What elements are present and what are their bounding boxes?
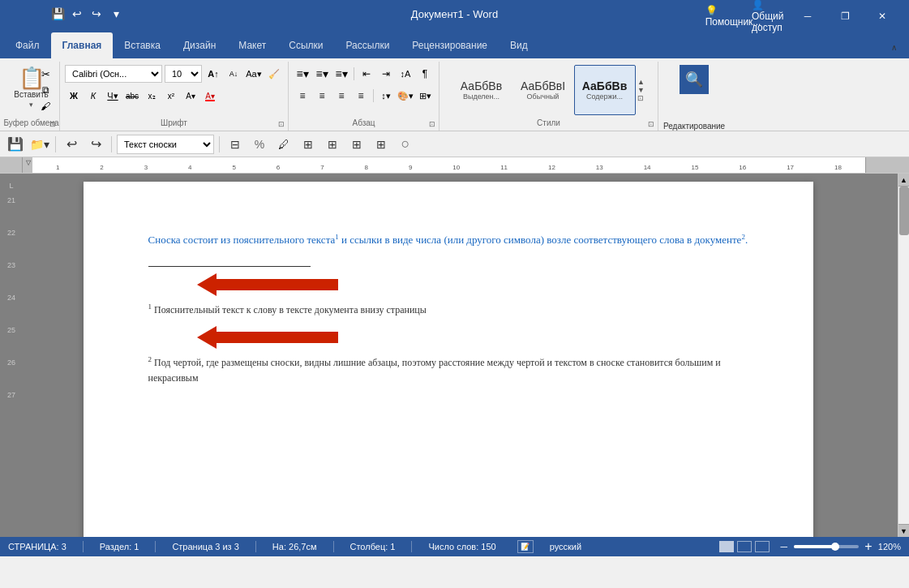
align-center-button[interactable]: ≡ [313,87,331,105]
view-read-button[interactable] [755,541,770,552]
minimize-button[interactable]: ─ [789,0,826,32]
page-break-button[interactable]: ⊟ [225,135,246,154]
undo-qa-button[interactable]: ↩ [68,5,86,23]
tab-mailings[interactable]: Рассылки [335,32,401,58]
scroll-thumb[interactable] [899,187,909,235]
tab-layout[interactable]: Макет [227,32,277,58]
scroll-track[interactable] [898,187,909,524]
scroll-down-button[interactable]: ▼ [898,524,910,537]
tab-view[interactable]: Вид [499,32,539,58]
font-shrink-button[interactable]: A↓ [225,65,242,83]
para-expand-icon[interactable]: ⊡ [427,119,437,129]
footnote-2: 2 Под чертой, где размещены сноски, видн… [148,354,748,386]
insert-table2-button[interactable]: ⊞ [322,135,343,154]
decrease-indent-button[interactable]: ⇤ [358,65,375,83]
footnote-ref-1: 1 [335,233,339,241]
save-t2-button[interactable]: 💾 [5,135,26,154]
insert-table-button[interactable]: ⊞ [298,135,319,154]
footnote-style-select[interactable]: Текст сноски [117,135,214,154]
zoom-slider[interactable] [794,545,859,548]
tab-insert[interactable]: Вставка [113,32,172,58]
tab-references[interactable]: Ссылки [277,32,334,58]
undo-t2-button[interactable]: ↩ [61,135,82,154]
show-marks-button[interactable]: ¶ [416,65,434,83]
helper-button[interactable]: 💡 Помощник... [714,0,752,32]
insert-image-button[interactable]: ⊞ [371,135,392,154]
cut-button[interactable]: ✂ [38,67,53,81]
redo-qa-button[interactable]: ↪ [88,5,105,23]
format-painter-button[interactable]: 🖌 [38,99,53,114]
redo-t2-button[interactable]: ↪ [85,135,106,154]
underline-button[interactable]: Ч▾ [104,87,122,105]
spell-check-button[interactable]: 📝 [517,540,534,553]
multilevel-list-button[interactable]: ≡▾ [332,65,350,83]
shading-button[interactable]: 🎨▾ [397,87,414,105]
line-num-24: 24 [7,294,15,302]
font-grow-button[interactable]: A↑ [204,65,222,83]
share-label: 👤 Общий доступ [752,0,789,33]
superscript-button[interactable]: x² [162,87,180,105]
font-color-button[interactable]: A▾ [201,87,219,105]
format-page-button[interactable]: % [249,135,270,154]
increase-indent-button[interactable]: ⇥ [377,65,395,83]
styles-expand-icon[interactable]: ⊡ [646,119,656,129]
customize-qa-button[interactable]: ▾ [107,5,125,23]
zoom-in-button[interactable]: + [862,540,875,553]
zoom-slider-thumb[interactable] [831,543,839,551]
para-group-label: Абзац [352,118,375,127]
insert-columns-button[interactable]: ⊞ [346,135,367,154]
tab-file[interactable]: Файл [4,32,51,58]
font-case-button[interactable]: Aa▾ [245,65,263,83]
tab-home[interactable]: Главная [51,32,114,58]
font-size-select[interactable]: 10 [165,65,202,83]
style-preview-normal: АаБбВвI [521,79,565,92]
border-button[interactable]: ⊞▾ [416,87,434,105]
styles-scroll-up[interactable]: ▲▼⊡ [636,65,647,115]
scroll-up-button[interactable]: ▲ [898,174,910,187]
document-scroll-area[interactable]: Сноска состоит из пояснительного текста1… [23,174,898,537]
tab-review[interactable]: Рецензирование [401,32,499,58]
zoom-out-button[interactable]: ─ [778,540,791,553]
view-print-button[interactable] [719,541,734,552]
close-button[interactable]: ✕ [864,0,901,32]
toolbar2-divider1 [55,136,56,152]
copy-button[interactable]: ⧉ [38,83,53,97]
style-box-normal[interactable]: АаБбВвI Обычный [512,65,574,115]
ruler-body[interactable]: 12345 678910 1112131415 161718 [32,157,865,173]
clear-format-button[interactable]: 🧹 [265,65,283,83]
share-button[interactable]: 👤 Общий доступ [752,0,789,32]
sort-button[interactable]: ↕A [397,65,414,83]
open-file-button[interactable]: 📁▾ [29,135,50,154]
subscript-button[interactable]: x₂ [143,87,161,105]
text-highlight-button[interactable]: A▾ [182,87,199,105]
view-web-button[interactable] [737,541,752,552]
vertical-scrollbar[interactable]: ▲ ▼ [898,174,909,537]
align-left-button[interactable]: ≡ [294,87,311,105]
search-button[interactable]: 🔍 [680,65,709,94]
toolbar2-divider2 [111,136,112,152]
line-spacing-button[interactable]: ↕▾ [377,87,395,105]
footnote-num-1: 1 [148,303,152,311]
clipboard-expand-icon[interactable]: ⊡ [48,119,58,129]
strikethrough-button[interactable]: abc [123,87,141,105]
main-paragraph[interactable]: Сноска состоит из пояснительного текста1… [148,230,748,250]
circle-button[interactable]: ○ [395,135,416,154]
track-changes-button[interactable]: 🖊 [273,135,294,154]
save-qa-button[interactable]: 💾 [49,5,66,23]
font-family-select[interactable]: Calibri (Осн... [65,65,162,83]
font-expand-icon[interactable]: ⊡ [277,119,286,129]
bold-button[interactable]: Ж [65,87,83,105]
tab-design[interactable]: Дизайн [172,32,227,58]
style-preview-highlighted: АаБбВв [461,79,502,92]
numbering-button[interactable]: ≡▾ [313,65,331,83]
justify-button[interactable]: ≡ [352,87,370,105]
style-box-content[interactable]: АаБбВв Содержи... [574,65,636,115]
ribbon-collapse-button[interactable]: ∧ [882,36,905,58]
style-box-highlighted[interactable]: АаБбВв Выделен... [451,65,512,115]
line-num-26: 26 [7,358,15,367]
italic-button[interactable]: К [84,87,102,105]
bullets-button[interactable]: ≡▾ [294,65,311,83]
restore-button[interactable]: ❐ [826,0,864,32]
align-right-button[interactable]: ≡ [332,87,350,105]
font-group-label: Шрифт [161,118,187,127]
